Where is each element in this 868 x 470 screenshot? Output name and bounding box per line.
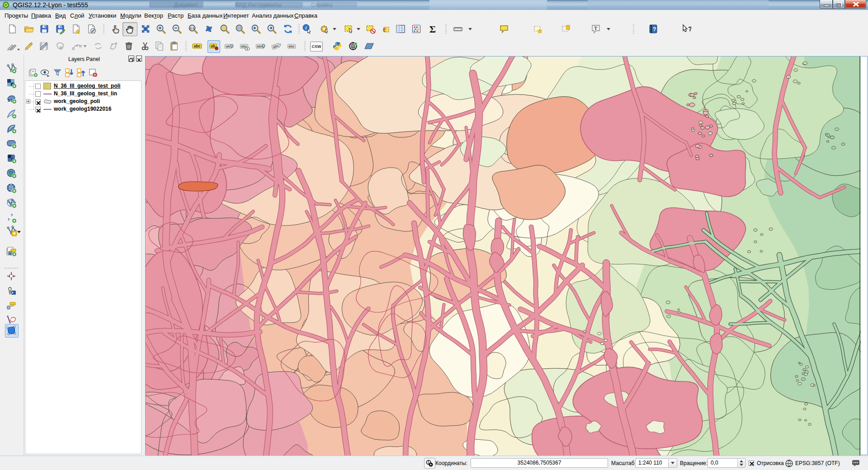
svg-text:abc: abc [257, 44, 263, 48]
svg-text:Σ: Σ [429, 24, 436, 34]
svg-text:?: ? [688, 25, 691, 33]
svg-text:1:1: 1:1 [190, 27, 194, 30]
svg-text:ab: ab [211, 44, 215, 48]
svg-text:i: i [306, 25, 307, 30]
svg-text:abc: abc [194, 44, 201, 48]
svg-text:?: ? [653, 26, 656, 33]
svg-text:ε: ε [383, 25, 386, 33]
svg-text:T: T [594, 26, 597, 31]
svg-text:ab: ab [226, 44, 230, 48]
svg-text:abc: abc [289, 44, 295, 48]
svg-text:b: b [9, 252, 11, 255]
svg-text:,: , [8, 212, 10, 221]
